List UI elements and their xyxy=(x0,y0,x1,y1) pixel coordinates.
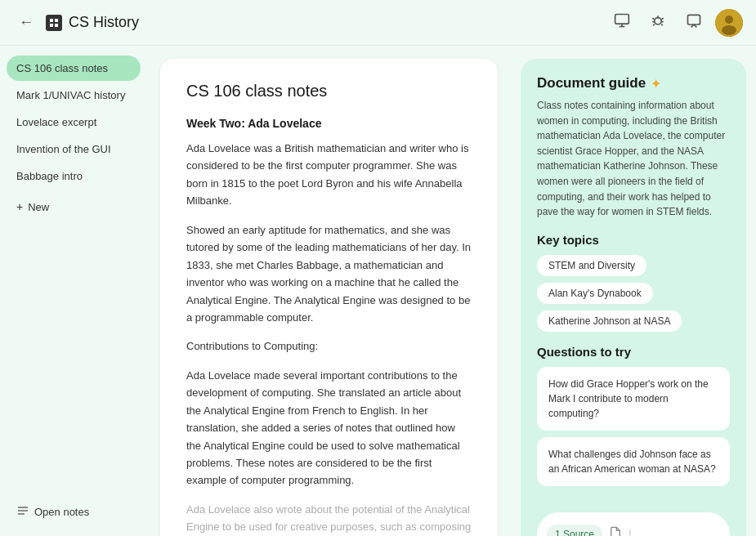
notes-title: CS 106 class notes xyxy=(186,82,472,100)
svg-rect-4 xyxy=(615,15,629,25)
chip-johnson[interactable]: Katherine Johnson at NASA xyxy=(537,310,682,332)
question-2[interactable]: What challenges did Johnson face as an A… xyxy=(537,437,730,486)
notes-card: CS 106 class notes Week Two: Ada Lovelac… xyxy=(160,59,498,536)
open-notes-button[interactable]: Open notes xyxy=(7,498,141,526)
main-layout: CS 106 class notes Mark 1/UNIVAC history… xyxy=(0,46,756,536)
svg-point-10 xyxy=(725,16,733,24)
sidebar-item-babbage[interactable]: Babbage intro xyxy=(7,163,141,189)
plus-icon: + xyxy=(16,200,23,213)
svg-rect-3 xyxy=(55,24,58,27)
back-button[interactable]: ← xyxy=(13,10,39,36)
sidebar-item-gui[interactable]: Invention of the GUI xyxy=(7,136,141,162)
paragraph-5: Ada Lovelace also wrote about the potent… xyxy=(186,501,472,536)
back-icon: ← xyxy=(19,14,34,31)
app-title: CS History xyxy=(69,14,139,31)
key-topics-section: Key topics STEM and Diversity Alan Kay's… xyxy=(537,233,730,332)
guide-title: Document guide xyxy=(537,75,646,92)
new-note-button[interactable]: + New xyxy=(7,194,141,220)
sidebar-item-lovelace[interactable]: Lovelace excerpt xyxy=(7,109,141,135)
source-badge[interactable]: 1 Source xyxy=(547,525,602,536)
monitor-button[interactable] xyxy=(607,8,637,38)
paragraph-3: Contributions to Computing: xyxy=(186,337,472,355)
sidebar: CS 106 class notes Mark 1/UNIVAC history… xyxy=(0,46,147,536)
input-divider: | xyxy=(629,528,632,536)
svg-point-11 xyxy=(722,25,736,35)
app-icon xyxy=(46,15,62,31)
paragraph-4: Ada Lovelace made several important cont… xyxy=(186,367,472,489)
input-bar: 1 Source | ↑ xyxy=(537,512,730,536)
guide-card: Document guide ✦ Class notes containing … xyxy=(521,59,746,536)
top-bar-left: ← CS History xyxy=(13,10,139,36)
top-bar-right xyxy=(607,8,743,38)
chat-input[interactable] xyxy=(638,528,756,536)
bug-icon xyxy=(650,12,666,33)
chip-stem[interactable]: STEM and Diversity xyxy=(537,255,646,276)
svg-rect-8 xyxy=(688,15,700,25)
notes-icon xyxy=(16,504,29,520)
paragraph-2: Showed an early aptitude for mathematics… xyxy=(186,221,472,327)
screen-icon xyxy=(686,12,702,33)
note-icon[interactable] xyxy=(609,526,622,536)
top-bar: ← CS History xyxy=(0,0,756,46)
sparkle-icon: ✦ xyxy=(651,76,661,92)
guide-description: Class notes containing information about… xyxy=(537,98,730,220)
question-1[interactable]: How did Grace Hopper's work on the Mark … xyxy=(537,367,730,431)
questions-section: Questions to try How did Grace Hopper's … xyxy=(537,345,730,493)
right-panel: Document guide ✦ Class notes containing … xyxy=(511,46,756,536)
avatar-initials xyxy=(715,9,743,37)
svg-point-7 xyxy=(655,18,661,25)
content-area: CS 106 class notes Week Two: Ada Lovelac… xyxy=(147,46,511,536)
notes-body: Ada Lovelace was a British mathematician… xyxy=(186,140,472,536)
screen-button[interactable] xyxy=(679,8,709,38)
new-label: New xyxy=(28,201,49,213)
open-notes-label: Open notes xyxy=(34,506,89,518)
notes-subtitle: Week Two: Ada Lovelace xyxy=(186,117,472,130)
monitor-icon xyxy=(614,12,630,33)
chip-dynabook[interactable]: Alan Kay's Dynabook xyxy=(537,283,653,304)
key-topics-label: Key topics xyxy=(537,233,730,247)
bug-button[interactable] xyxy=(643,8,673,38)
svg-rect-1 xyxy=(55,19,58,22)
svg-rect-2 xyxy=(50,24,53,27)
topics-chips: STEM and Diversity Alan Kay's Dynabook K… xyxy=(537,255,730,332)
svg-rect-0 xyxy=(50,19,53,22)
sidebar-item-cs106[interactable]: CS 106 class notes xyxy=(7,56,141,81)
guide-header: Document guide ✦ Class notes containing … xyxy=(537,75,730,220)
questions-label: Questions to try xyxy=(537,345,730,359)
sidebar-item-univac[interactable]: Mark 1/UNIVAC history xyxy=(7,83,141,108)
paragraph-1: Ada Lovelace was a British mathematician… xyxy=(186,140,472,210)
avatar[interactable] xyxy=(715,9,743,37)
